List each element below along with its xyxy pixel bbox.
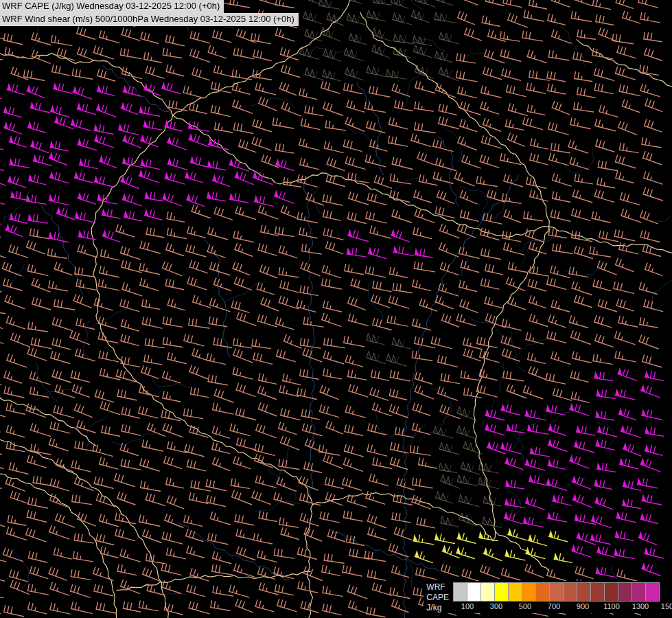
legend-color-cell	[618, 582, 632, 602]
weather-map-canvas	[0, 0, 672, 618]
legend-scale-labels: 100300500700900110013001500	[453, 602, 669, 612]
legend-parameter-label: CAPE	[426, 593, 449, 603]
legend-color-cell	[577, 582, 591, 602]
legend-scale-label: 1300	[632, 602, 649, 610]
legend-color-cell	[645, 582, 660, 602]
legend-color-cell	[522, 582, 536, 602]
legend-color-cell	[508, 582, 522, 602]
cape-legend: WRF CAPE J/kg 10030050070090011001300150…	[424, 581, 671, 613]
legend-color-cell	[453, 582, 467, 602]
legend-scale-label: 100	[461, 602, 474, 610]
legend-titles: WRF CAPE J/kg	[426, 582, 449, 613]
legend-color-cell	[549, 582, 564, 602]
legend-color-cell	[563, 582, 577, 602]
legend-scale-label: 700	[548, 602, 560, 610]
legend-model-label: WRF	[426, 582, 449, 593]
legend-scale: 100300500700900110013001500	[453, 582, 669, 613]
legend-scale-label: 300	[490, 602, 502, 610]
legend-color-cell	[590, 582, 605, 602]
weather-map: WRF CAPE (J/kg) Wednesday 03-12-2025 12:…	[0, 0, 672, 618]
legend-color-cell	[467, 582, 481, 602]
legend-scale-label: 1100	[603, 602, 620, 610]
legend-scale-label: 1500	[661, 602, 672, 610]
title-cape: WRF CAPE (J/kg) Wednesday 03-12-2025 12:…	[0, 0, 224, 13]
legend-scale-label: 500	[519, 602, 531, 610]
legend-units-label: J/kg	[426, 603, 449, 613]
title-wind-shear: WRF Wind shear (m/s) 500/1000hPa Wednesd…	[0, 13, 299, 26]
legend-color-cell	[535, 582, 550, 602]
legend-color-cell	[480, 582, 495, 602]
legend-scale-label: 900	[577, 602, 589, 610]
legend-color-cell	[604, 582, 618, 602]
legend-color-cell	[632, 582, 646, 602]
legend-color-cell	[494, 582, 509, 602]
legend-colorbar	[453, 582, 669, 602]
map-titles: WRF CAPE (J/kg) Wednesday 03-12-2025 12:…	[0, 0, 299, 26]
